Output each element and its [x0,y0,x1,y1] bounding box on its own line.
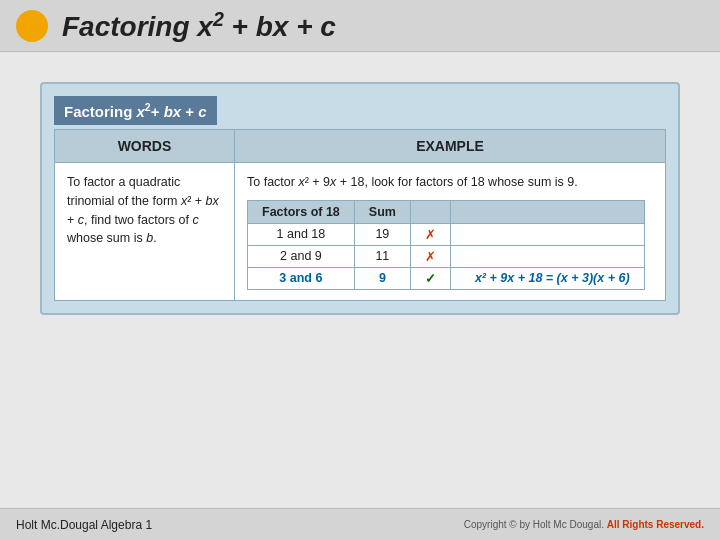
words-header: WORDS [55,130,235,162]
footer-left: Holt Mc.Dougal Algebra 1 [16,518,152,532]
example-intro: To factor x² + 9x + 18, look for factors… [247,173,653,192]
result-header [450,200,644,223]
footer: Holt Mc.Dougal Algebra 1 Copyright © by … [0,508,720,540]
mark-cell: ✗ [410,245,450,267]
table-row: 2 and 9 11 ✗ [248,245,645,267]
words-text: To factor a quadratic trinomial of the f… [67,175,219,245]
result-equation: x² + 9x + 18 = (x + 3)(x + 6) [475,271,630,285]
header: Factoring x2 + bx + c [0,0,720,52]
mark-header [410,200,450,223]
factors-table: Factors of 18 Sum 1 and 18 19 ✗ [247,200,645,290]
table-body: To factor a quadratic trinomial of the f… [55,163,665,300]
rights-text: All Rights Reserved. [607,519,704,530]
card-title: Factoring x2+ bx + c [54,96,217,125]
footer-right: Copyright © by Holt Mc Dougal. All Right… [464,519,704,530]
factoring-card: Factoring x2+ bx + c WORDS EXAMPLE To fa… [40,82,680,315]
header-icon [16,10,48,42]
result-cell: x² + 9x + 18 = (x + 3)(x + 6) [450,267,644,289]
title-prefix: Factoring [62,11,197,42]
example-cell: To factor x² + 9x + 18, look for factors… [235,163,665,300]
result-cell [450,223,644,245]
content-table: WORDS EXAMPLE To factor a quadratic trin… [54,129,666,301]
mark-cell: ✗ [410,223,450,245]
words-cell: To factor a quadratic trinomial of the f… [55,163,235,300]
factors-cell: 2 and 9 [248,245,355,267]
sum-cell: 9 [354,267,410,289]
sum-cell: 19 [354,223,410,245]
factors-header: Factors of 18 [248,200,355,223]
table-row: 1 and 18 19 ✗ [248,223,645,245]
table-row-highlight: 3 and 6 9 ✓ x² + 9x + 18 = (x + 3)(x + 6… [248,267,645,289]
sum-cell: 11 [354,245,410,267]
cross-icon: ✗ [425,249,436,264]
cross-icon: ✗ [425,227,436,242]
page-title: Factoring x2 + bx + c [62,8,336,43]
factors-cell: 1 and 18 [248,223,355,245]
example-header: EXAMPLE [235,130,665,162]
main-content: Factoring x2+ bx + c WORDS EXAMPLE To fa… [0,52,720,345]
result-cell [450,245,644,267]
table-header-row: WORDS EXAMPLE [55,130,665,163]
mark-cell: ✓ [410,267,450,289]
checkmark-icon: ✓ [425,271,436,286]
factors-cell: 3 and 6 [248,267,355,289]
sum-header: Sum [354,200,410,223]
